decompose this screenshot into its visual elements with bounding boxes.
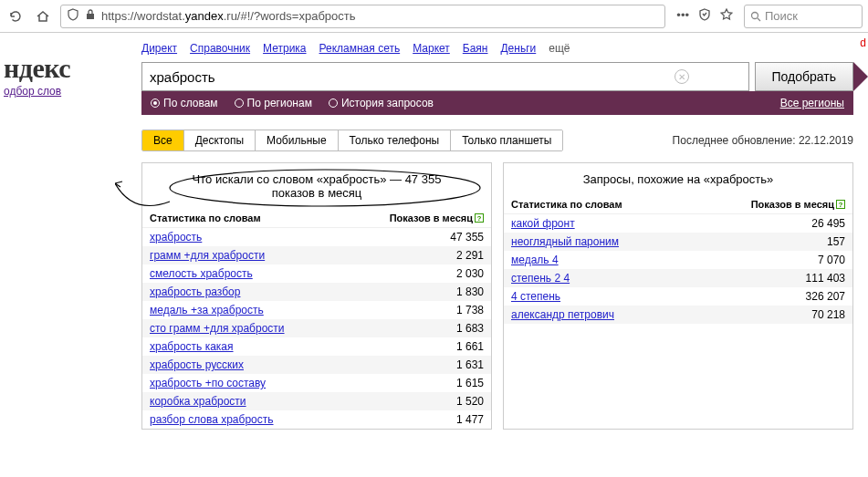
table-row: разбор слова храбрость1 477	[142, 410, 491, 429]
query-link[interactable]: медаль +за храбрость	[150, 304, 264, 316]
table-row: храбрость какая1 661	[142, 337, 491, 356]
impressions: 111 403	[781, 272, 845, 285]
corner-letter: d	[860, 36, 866, 49]
service-link[interactable]: Справочник	[190, 42, 250, 55]
table-row: медаль +за храбрость1 738	[142, 301, 491, 319]
query-link[interactable]: храбрость разбор	[150, 285, 240, 298]
query-link[interactable]: храбрость	[150, 231, 202, 244]
left-panel: Что искали со словом «храбрость» — 47 35…	[141, 162, 492, 430]
svg-rect-0	[87, 14, 94, 19]
impressions: 2 291	[420, 249, 484, 262]
impressions: 1 631	[420, 358, 484, 371]
query-input[interactable]	[141, 62, 749, 91]
table-row: степень 2 4111 403	[504, 269, 852, 287]
service-link[interactable]: Рекламная сеть	[319, 42, 401, 55]
impressions: 26 495	[781, 217, 845, 230]
more-link[interactable]: ещё	[549, 42, 570, 55]
clear-icon[interactable]: ✕	[675, 69, 689, 84]
last-update: Последнее обновление: 22.12.2019	[673, 134, 853, 147]
device-tab[interactable]: Все	[142, 130, 184, 150]
impressions: 1 683	[420, 322, 484, 335]
device-tabs-row: ВсеДесктопыМобильныеТолько телефоныТольк…	[141, 130, 853, 151]
lock-icon	[85, 9, 96, 23]
browser-toolbar: https://wordstat.yandex.ru/#!/?words=хра…	[0, 0, 868, 33]
query-link[interactable]: храбрость русских	[150, 358, 244, 371]
query-link[interactable]: степень 2 4	[511, 272, 570, 285]
url-text: https://wordstat.yandex.ru/#!/?words=хра…	[101, 9, 356, 23]
query-link[interactable]: грамм +для храбрости	[150, 249, 265, 262]
query-link[interactable]: храбрость какая	[150, 340, 234, 353]
table-row: храбрость47 355	[142, 228, 491, 246]
impressions: 2 030	[420, 267, 484, 280]
right-panel: Запросы, похожие на «храбрость» Статисти…	[503, 162, 853, 430]
more-icon[interactable]: •••	[676, 8, 689, 24]
table-row: грамм +для храбрости2 291	[142, 246, 491, 264]
yandex-logo[interactable]: ндекс	[0, 53, 70, 84]
impressions: 7 070	[781, 254, 845, 266]
search-placeholder: Поиск	[765, 9, 798, 23]
table-row: неоглядный пароним157	[504, 233, 852, 251]
home-icon[interactable]	[33, 6, 53, 26]
impressions: 157	[781, 235, 845, 248]
query-link[interactable]: коробка храбрости	[150, 395, 246, 408]
service-link[interactable]: Маркет	[413, 42, 450, 55]
service-link[interactable]: Баян	[463, 42, 488, 55]
url-actions: •••	[673, 8, 737, 24]
table-row: коробка храбрости1 520	[142, 392, 491, 410]
right-title: Запросы, похожие на «храбрость»	[504, 163, 852, 195]
impressions: 1 661	[420, 340, 484, 353]
browser-search[interactable]: Поиск	[744, 5, 863, 28]
query-link[interactable]: медаль 4	[511, 254, 559, 266]
impressions: 1 520	[420, 395, 484, 408]
service-link[interactable]: Директ	[141, 42, 177, 55]
shield-icon	[67, 8, 79, 24]
all-regions-link[interactable]: Все регионы	[780, 97, 844, 109]
results-panels: Что искали со словом «храбрость» — 47 35…	[141, 162, 853, 430]
table-row: храбрость +по составу1 615	[142, 374, 491, 392]
query-link[interactable]: неоглядный пароним	[511, 235, 619, 248]
query-link[interactable]: александр петрович	[511, 308, 614, 321]
logo-area: ндекс одбор слов	[0, 53, 70, 98]
device-tabs: ВсеДесктопыМобильныеТолько телефоныТольк…	[141, 130, 563, 151]
service-link[interactable]: Метрика	[263, 42, 306, 55]
help-icon[interactable]: ?	[836, 200, 845, 209]
table-row: 4 степень326 207	[504, 287, 852, 306]
query-link[interactable]: какой фронт	[511, 217, 575, 230]
impressions: 1 477	[420, 413, 484, 426]
query-link[interactable]: сто грамм +для храбрости	[150, 322, 285, 335]
device-tab[interactable]: Десктопы	[184, 130, 256, 150]
opt-by-regions[interactable]: По регионам	[235, 97, 312, 109]
opt-history[interactable]: История запросов	[329, 97, 434, 109]
opt-by-words[interactable]: По словам	[151, 97, 218, 109]
device-tab[interactable]: Мобильные	[256, 130, 339, 150]
reader-icon[interactable]	[698, 8, 711, 24]
submit-button[interactable]: Подобрать	[755, 62, 854, 91]
query-link[interactable]: 4 степень	[511, 290, 560, 303]
query-link[interactable]: разбор слова храбрость	[150, 413, 274, 426]
device-tab[interactable]: Только телефоны	[339, 130, 452, 150]
svg-point-1	[752, 12, 758, 18]
reload-icon[interactable]	[5, 6, 26, 26]
impressions: 47 355	[420, 231, 484, 244]
impressions: 326 207	[781, 290, 845, 303]
query-link[interactable]: смелость храбрость	[150, 267, 253, 280]
search-icon	[750, 11, 761, 22]
impressions: 1 738	[420, 304, 484, 316]
query-link[interactable]: храбрость +по составу	[150, 377, 266, 389]
device-tab[interactable]: Только планшеты	[451, 130, 562, 150]
query-row: ✕ Подобрать	[141, 62, 853, 91]
url-bar[interactable]: https://wordstat.yandex.ru/#!/?words=хра…	[60, 5, 665, 28]
options-bar: По словам По регионам История запросов В…	[141, 91, 853, 115]
service-link[interactable]: Деньги	[500, 42, 536, 55]
table-row: медаль 47 070	[504, 251, 852, 269]
impressions: 1 615	[420, 377, 484, 389]
wordstat-subtitle[interactable]: одбор слов	[0, 85, 61, 98]
impressions: 1 830	[420, 285, 484, 298]
table-row: александр петрович70 218	[504, 306, 852, 324]
service-links: ДиректСправочникМетрикаРекламная сетьМар…	[0, 33, 868, 62]
table-row: сто грамм +для храбрости1 683	[142, 319, 491, 337]
help-icon[interactable]: ?	[475, 213, 484, 223]
table-row: какой фронт26 495	[504, 214, 852, 233]
impressions: 70 218	[781, 308, 845, 321]
star-icon[interactable]	[720, 8, 733, 24]
